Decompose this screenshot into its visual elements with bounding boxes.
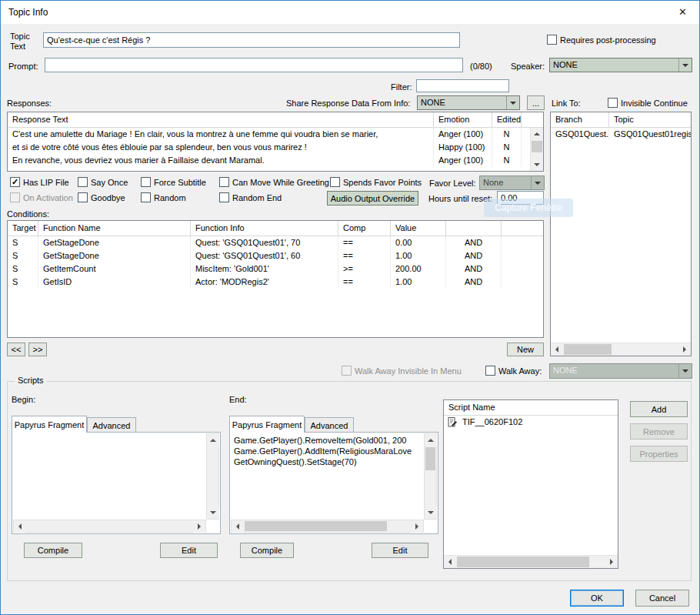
responses-scrollbar-vertical[interactable]	[530, 128, 543, 171]
script-list-item[interactable]: TIF__0620F102	[444, 416, 618, 429]
scroll-up-icon[interactable]	[425, 434, 437, 446]
begin-scrollbar-vertical[interactable]	[206, 433, 219, 520]
begin-fragment-code[interactable]	[12, 433, 206, 520]
force-subtitle-checkbox[interactable]: Force Subtitle	[141, 177, 206, 187]
scroll-thumb[interactable]	[245, 521, 387, 531]
end-compile-button[interactable]: Compile	[240, 543, 294, 558]
begin-tab-papyrus-fragment[interactable]: Papyrus Fragment	[12, 416, 87, 433]
spends-favor-points-checkbox[interactable]: Spends Favor Points	[330, 177, 422, 187]
checkbox-box	[10, 177, 20, 187]
scroll-right-icon[interactable]	[411, 520, 423, 533]
column-header-function-info[interactable]: Function Info	[191, 221, 338, 236]
end-tab-papyrus-fragment[interactable]: Papyrus Fragment	[229, 416, 305, 433]
cancel-button[interactable]: Cancel	[635, 590, 689, 607]
condition-move-right-button[interactable]: >>	[28, 343, 47, 356]
can-move-while-greeting-checkbox[interactable]: Can Move While Greeting	[219, 177, 329, 187]
favor-level-label: Favor Level:	[429, 179, 476, 189]
column-header-operator[interactable]	[446, 221, 502, 236]
close-icon[interactable]: ✕	[678, 6, 687, 18]
goodbye-checkbox[interactable]: Goodbye	[78, 192, 125, 202]
conditions-table-header[interactable]: Target Function Name Function Info Comp …	[8, 221, 543, 236]
filter-input[interactable]	[416, 79, 509, 92]
column-header-edited[interactable]: Edited	[492, 112, 522, 127]
condition-row[interactable]: S GetItemCount MiscItem: 'Gold001' >= 20…	[8, 262, 543, 276]
begin-tab-advanced[interactable]: Advanced	[87, 417, 136, 433]
scroll-left-icon[interactable]	[551, 343, 563, 356]
link-to-row[interactable]: GSQ01Quest... GSQ01Quest01regis...	[551, 128, 691, 141]
column-header-value[interactable]: Value	[391, 221, 446, 236]
scroll-thumb[interactable]	[564, 344, 612, 355]
scroll-down-icon[interactable]	[531, 159, 543, 171]
response-row[interactable]: et si de votre côté vous êtes éblouie pa…	[8, 141, 543, 154]
topic-text-input[interactable]	[43, 32, 460, 48]
column-header-topic[interactable]: Topic	[609, 112, 691, 127]
add-script-button[interactable]: Add	[630, 401, 688, 417]
column-header-target[interactable]: Target	[8, 221, 38, 236]
scroll-up-icon[interactable]	[531, 128, 543, 140]
checkbox-label: Random End	[232, 193, 282, 202]
audio-output-override-button[interactable]: Audio Output Override	[327, 191, 418, 206]
share-response-select[interactable]: NONE	[417, 95, 520, 110]
link-to-table-header[interactable]: Branch Topic	[551, 112, 691, 128]
script-list-header[interactable]: Script Name	[444, 400, 618, 416]
capture-tool-overlay[interactable]: Capture Fenêtre	[484, 199, 573, 217]
response-row[interactable]: En revanche, vous devriez vous marier à …	[8, 154, 543, 167]
prompt-input[interactable]	[45, 58, 463, 72]
random-end-checkbox[interactable]: Random End	[219, 192, 282, 202]
requires-post-processing-checkbox[interactable]: Requires post-processing	[547, 35, 656, 45]
chevron-down-icon	[678, 364, 692, 378]
condition-row[interactable]: S GetIsID Actor: 'MODRegis2' == 1.00 AND	[8, 276, 543, 289]
response-row[interactable]: C'est une amulette du Mariage ! En clair…	[8, 128, 543, 141]
end-scrollbar-horizontal[interactable]	[231, 520, 424, 533]
end-scrollbar-vertical[interactable]	[424, 433, 437, 520]
column-header-script-name[interactable]: Script Name	[444, 400, 618, 415]
responses-table-header[interactable]: Response Text Emotion Edited	[8, 112, 543, 128]
column-header-response-text[interactable]: Response Text	[8, 112, 434, 127]
scroll-down-icon[interactable]	[207, 506, 219, 519]
invisible-continue-checkbox[interactable]: Invisible Continue	[608, 98, 688, 108]
checkbox-label: Walk Away:	[498, 366, 542, 376]
end-tab-advanced[interactable]: Advanced	[305, 417, 354, 433]
column-header-function-name[interactable]: Function Name	[38, 221, 191, 236]
scroll-thumb[interactable]	[425, 447, 435, 470]
end-edit-button[interactable]: Edit	[372, 543, 428, 558]
remove-script-button: Remove	[630, 423, 688, 440]
scroll-down-icon[interactable]	[425, 506, 437, 519]
scroll-thumb[interactable]	[532, 141, 542, 152]
begin-compile-button[interactable]: Compile	[24, 543, 82, 558]
scroll-left-icon[interactable]	[444, 556, 456, 568]
condition-row[interactable]: S GetStageDone Quest: 'GSQ01Quest01', 70…	[8, 236, 543, 249]
scroll-right-icon[interactable]	[678, 343, 691, 356]
scroll-thumb[interactable]	[457, 557, 589, 567]
column-header-comp[interactable]: Comp	[338, 221, 391, 236]
scroll-left-icon[interactable]	[232, 520, 244, 533]
value-cell: 1.00	[391, 249, 446, 262]
speaker-label: Speaker:	[511, 62, 545, 72]
column-header-emotion[interactable]: Emotion	[434, 112, 492, 127]
script-list-scrollbar-horizontal[interactable]	[444, 555, 618, 568]
ok-button[interactable]: OK	[570, 590, 624, 607]
walk-away-checkbox[interactable]: Walk Away:	[485, 366, 542, 376]
scroll-left-icon[interactable]	[14, 520, 26, 533]
scroll-up-icon[interactable]	[207, 434, 219, 446]
combo-value: None	[480, 176, 531, 189]
end-fragment-code[interactable]: Game.GetPlayer().RemoveItem(Gold001, 200…	[230, 433, 424, 520]
response-edited-cell: N	[492, 154, 522, 167]
random-checkbox[interactable]: Random	[141, 192, 186, 202]
begin-scrollbar-horizontal[interactable]	[13, 520, 206, 533]
has-lip-file-checkbox[interactable]: Has LIP File	[10, 177, 69, 187]
condition-row[interactable]: S GetStageDone Quest: 'GSQ01Quest01', 60…	[8, 249, 543, 262]
scroll-right-icon[interactable]	[605, 556, 618, 568]
column-header-branch[interactable]: Branch	[551, 112, 609, 127]
checkbox-label: Can Move While Greeting	[232, 178, 329, 187]
begin-edit-button[interactable]: Edit	[160, 543, 218, 558]
response-emotion-cell: Anger (100)	[434, 154, 492, 167]
new-condition-button[interactable]: New	[507, 343, 544, 356]
condition-move-left-button[interactable]: <<	[7, 343, 25, 356]
scroll-right-icon[interactable]	[193, 520, 205, 533]
say-once-checkbox[interactable]: Say Once	[78, 177, 128, 187]
link-to-scrollbar-horizontal[interactable]	[551, 343, 691, 356]
speaker-select[interactable]: NONE	[549, 58, 692, 72]
share-browse-button[interactable]: ...	[527, 95, 545, 110]
favor-level-select: None	[479, 175, 545, 190]
